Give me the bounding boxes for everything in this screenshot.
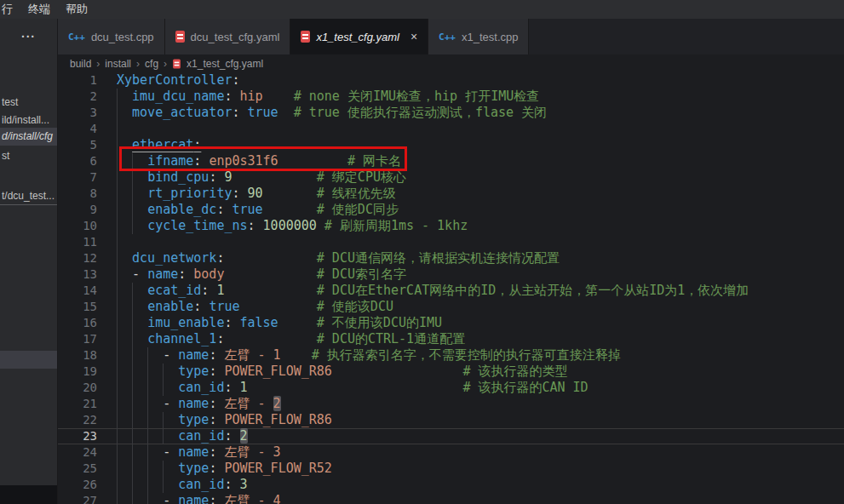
code-token — [278, 105, 294, 120]
code-token: 2 — [273, 396, 281, 411]
code-line-16[interactable]: 16 imu_enable: false # 不使用该DCU的IMU — [58, 315, 844, 331]
breadcrumb-item[interactable]: cfg — [145, 58, 158, 70]
code-token: type — [178, 364, 209, 379]
code-token: XyberController — [117, 72, 232, 88]
code-token: : — [201, 283, 216, 298]
indent-guide — [147, 428, 148, 444]
code-token — [248, 380, 463, 395]
code-line-1[interactable]: 1XyberController: — [58, 72, 844, 89]
tab-dcu_test_cfg.yaml[interactable]: dcu_test_cfg.yaml — [165, 19, 291, 54]
line-number: 27 — [58, 493, 97, 504]
code-content[interactable]: bind_cpu: 9 # 绑定CPU核心 — [97, 169, 844, 186]
code-line-20[interactable]: 20 can_id: 1 # 该执行器的CAN ID — [58, 380, 844, 396]
breadcrumb-item[interactable]: install — [105, 58, 131, 70]
indent-guide — [147, 412, 148, 428]
code-line-24[interactable]: 24 - name: 左臂 - 3 — [58, 444, 844, 461]
code-content[interactable]: - name: body # DCU索引名字 — [97, 266, 844, 283]
code-line-8[interactable]: 8 rt_priority: 90 # 线程优先级 — [58, 186, 844, 202]
tab-x1_test.cpp[interactable]: C++x1_test.cpp — [428, 19, 529, 54]
code-line-26[interactable]: 26 can_id: 3 — [58, 477, 844, 493]
code-line-15[interactable]: 15 enable: true # 使能该DCU — [58, 299, 844, 315]
code-content[interactable]: ethercat: — [97, 137, 844, 153]
code-token: true — [248, 105, 278, 120]
code-content[interactable]: rt_priority: 90 # 线程优先级 — [97, 186, 844, 202]
code-line-22[interactable]: 22 type: POWER_FLOW_R86 — [58, 412, 844, 428]
code-content[interactable] — [97, 121, 844, 137]
indent-guide — [117, 89, 118, 105]
code-content[interactable]: type: POWER_FLOW_R86 — [97, 412, 844, 428]
code-line-12[interactable]: 12 dcu_network: # DCU通信网络，请根据实机连接情况配置 — [58, 250, 844, 266]
code-token: # 绑定CPU核心 — [317, 169, 406, 185]
code-line-14[interactable]: 14 ecat_id: 1 # DCU在EtherCAT网络中的ID，从主站开始… — [58, 283, 844, 299]
tab-dcu_test.cpp[interactable]: C++dcu_test.cpp — [58, 19, 165, 54]
code-token — [263, 186, 317, 201]
code-line-18[interactable]: 18 - name: 左臂 - 1 # 执行器索引名字，不需要控制的执行器可直接… — [58, 347, 844, 364]
code-content[interactable]: type: POWER_FLOW_R52 — [97, 461, 844, 477]
code-line-27[interactable]: 27 - name: 左臂 - 4 — [58, 493, 844, 504]
code-token: # 该执行器的类型 — [462, 364, 567, 379]
code-content[interactable]: cycle_time_ns: 1000000 # 刷新周期1ms - 1khz — [97, 218, 844, 234]
sidebar-item[interactable]: test — [0, 94, 57, 112]
menubar-item[interactable]: 终端 — [20, 0, 58, 19]
indent-guide — [132, 347, 133, 364]
code-token: : — [193, 137, 201, 152]
code-content[interactable] — [97, 234, 844, 250]
breadcrumb-file[interactable]: x1_test_cfg.yaml — [187, 58, 263, 70]
sidebar-item[interactable]: st — [0, 147, 57, 165]
code-line-2[interactable]: 2 imu_dcu_name: hip # none 关闭IMU检查，hip 打… — [58, 89, 844, 105]
more-actions-icon[interactable]: ··· — [0, 19, 57, 54]
breadcrumb-item[interactable]: build — [70, 58, 91, 70]
code-content[interactable]: imu_dcu_name: hip # none 关闭IMU检查，hip 打开I… — [97, 89, 844, 105]
code-line-19[interactable]: 19 type: POWER_FLOW_R86 # 该执行器的类型 — [58, 364, 844, 380]
menubar-item[interactable]: 行 — [0, 0, 20, 19]
code-content[interactable]: dcu_network: # DCU通信网络，请根据实机连接情况配置 — [97, 250, 844, 266]
code-content[interactable]: channel_1: # DCU的CTRL-1通道配置 — [97, 331, 844, 347]
code-line-11[interactable]: 11 — [58, 234, 844, 250]
code-content[interactable]: enable_dc: true # 使能DC同步 — [97, 202, 844, 218]
code-content[interactable]: - name: 左臂 - 4 — [97, 493, 844, 504]
code-content[interactable]: imu_enable: false # 不使用该DCU的IMU — [97, 315, 844, 331]
code-line-23[interactable]: 23 can_id: 2 — [58, 428, 844, 444]
code-line-13[interactable]: 13 - name: body # DCU索引名字 — [58, 266, 844, 283]
code-token: # 线程优先级 — [317, 186, 396, 201]
code-content[interactable]: can_id: 2 — [97, 428, 844, 444]
code-line-9[interactable]: 9 enable_dc: true # 使能DC同步 — [58, 202, 844, 218]
sidebar-item[interactable]: t/dcu_test... — [0, 187, 57, 205]
code-line-4[interactable]: 4 — [58, 121, 844, 137]
close-icon[interactable]: × — [411, 30, 417, 43]
code-content[interactable]: ifname: enp0s31f6 # 网卡名 — [97, 153, 844, 169]
code-token: : — [209, 444, 224, 460]
tab-x1_test_cfg.yaml[interactable]: x1_test_cfg.yaml× — [290, 19, 428, 54]
code-token: ethercat — [132, 137, 193, 152]
code-token: can_id — [178, 477, 224, 492]
code-content[interactable]: can_id: 3 — [97, 477, 844, 493]
code-line-25[interactable]: 25 type: POWER_FLOW_R52 — [58, 461, 844, 477]
indent-guide — [147, 364, 148, 380]
menubar-item[interactable]: 帮助 — [58, 0, 95, 19]
code-content[interactable]: - name: 左臂 - 1 # 执行器索引名字，不需要控制的执行器可直接注释掉 — [97, 347, 844, 364]
code-content[interactable]: - name: 左臂 - 3 — [97, 444, 844, 461]
code-line-3[interactable]: 3 move_actuator: true # true 使能执行器运动测试，f… — [58, 105, 844, 121]
code-line-6[interactable]: 6 ifname: enp0s31f6 # 网卡名 — [58, 153, 844, 169]
sidebar-item[interactable]: d/install/cfg — [0, 128, 57, 146]
code-content[interactable]: can_id: 1 # 该执行器的CAN ID — [97, 380, 844, 396]
code-line-7[interactable]: 7 bind_cpu: 9 # 绑定CPU核心 — [58, 169, 844, 186]
indent-guide — [132, 218, 133, 234]
line-number: 16 — [58, 315, 97, 331]
code-content[interactable]: ecat_id: 1 # DCU在EtherCAT网络中的ID，从主站开始，第一… — [97, 283, 844, 299]
sidebar-item[interactable] — [0, 351, 57, 369]
code-line-21[interactable]: 21 - name: 左臂 - 2 — [58, 396, 844, 412]
indent-guide — [117, 105, 118, 121]
code-content[interactable]: enable: true # 使能该DCU — [97, 299, 844, 315]
indent-guide — [132, 299, 133, 315]
code-line-17[interactable]: 17 channel_1: # DCU的CTRL-1通道配置 — [58, 331, 844, 347]
code-line-10[interactable]: 10 cycle_time_ns: 1000000 # 刷新周期1ms - 1k… — [58, 218, 844, 234]
sidebar-item[interactable]: ild/install... — [0, 112, 57, 129]
code-content[interactable]: - name: 左臂 - 2 — [97, 396, 844, 412]
code-content[interactable]: type: POWER_FLOW_R86 # 该执行器的类型 — [97, 364, 844, 380]
code-editor[interactable]: 1XyberController:2 imu_dcu_name: hip # n… — [58, 72, 844, 504]
code-content[interactable]: move_actuator: true # true 使能执行器运动测试，fla… — [97, 105, 844, 121]
indent-guide — [117, 186, 118, 202]
code-line-5[interactable]: 5 ethercat: — [58, 137, 844, 153]
code-content[interactable]: XyberController: — [97, 72, 844, 89]
